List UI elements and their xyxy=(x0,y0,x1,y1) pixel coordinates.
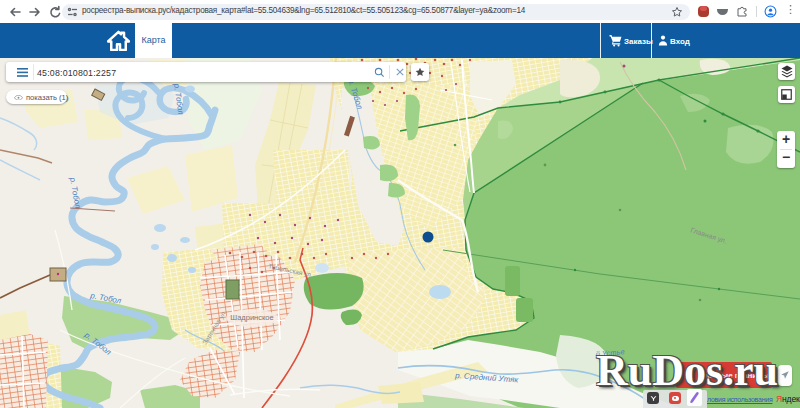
svg-text:Шадринское: Шадринское xyxy=(230,313,273,322)
svg-text:р. Тобол: р. Тобол xyxy=(68,176,83,210)
svg-text:Главная ул.: Главная ул. xyxy=(689,226,728,245)
svg-text:р. Тобол: р. Тобол xyxy=(82,330,113,357)
svg-text:р. Тобол: р. Тобол xyxy=(89,291,123,306)
svg-text:р. Тобол: р. Тобол xyxy=(172,82,185,116)
svg-text:р. Средний Утяк: р. Средний Утяк xyxy=(454,371,520,385)
